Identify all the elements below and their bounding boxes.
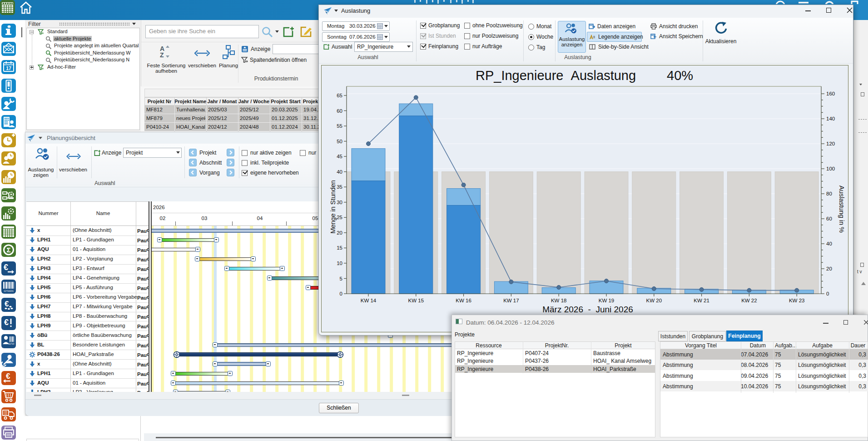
svg-text:KW 21: KW 21 bbox=[694, 298, 709, 303]
svg-text:40: 40 bbox=[826, 241, 832, 246]
svg-text:Menge in Stunden: Menge in Stunden bbox=[329, 180, 337, 234]
svg-text:17: 17 bbox=[6, 65, 11, 71]
svg-text:KW 20: KW 20 bbox=[646, 298, 662, 303]
svg-text:KW 15: KW 15 bbox=[408, 298, 424, 303]
svg-text:Σ: Σ bbox=[6, 246, 10, 254]
svg-text:0: 0 bbox=[340, 291, 342, 296]
svg-text:40: 40 bbox=[337, 169, 342, 175]
svg-text:€: € bbox=[5, 300, 9, 308]
svg-text:65: 65 bbox=[337, 93, 342, 98]
svg-text:35: 35 bbox=[337, 184, 342, 190]
svg-text:60: 60 bbox=[337, 108, 342, 114]
svg-text:KW 18: KW 18 bbox=[551, 298, 567, 303]
svg-text:11710201: 11710201 bbox=[4, 289, 14, 292]
svg-text:160: 160 bbox=[826, 91, 835, 96]
svg-text:30: 30 bbox=[337, 200, 342, 205]
svg-text:KW 16: KW 16 bbox=[456, 298, 471, 303]
svg-text:40%: 40% bbox=[667, 68, 693, 83]
svg-text:RP_Ingenieure Auslastung: RP_Ingenieure Auslastung bbox=[476, 68, 636, 83]
svg-text:20: 20 bbox=[826, 266, 832, 271]
svg-text:0: 0 bbox=[826, 291, 829, 296]
svg-text:100: 100 bbox=[826, 166, 835, 171]
svg-text:55: 55 bbox=[337, 123, 342, 129]
svg-text:20: 20 bbox=[337, 230, 342, 236]
svg-text:80: 80 bbox=[826, 191, 832, 196]
svg-text:50: 50 bbox=[337, 139, 342, 144]
svg-text:25: 25 bbox=[337, 215, 342, 220]
svg-text:15: 15 bbox=[337, 245, 342, 251]
svg-text:€: € bbox=[4, 263, 8, 272]
svg-text:KW 17: KW 17 bbox=[503, 298, 519, 303]
svg-text:KW 22: KW 22 bbox=[741, 298, 757, 303]
svg-text:11710: 11710 bbox=[9, 343, 15, 345]
svg-text:€: € bbox=[4, 318, 9, 327]
svg-text:KW 23: KW 23 bbox=[789, 298, 805, 303]
svg-text:Auslastung in %: Auslastung in % bbox=[838, 185, 845, 233]
svg-text:45: 45 bbox=[337, 154, 342, 159]
svg-text:60: 60 bbox=[826, 216, 832, 221]
svg-text:10: 10 bbox=[337, 261, 342, 266]
svg-text:März 2026 - Juni 2026: März 2026 - Juni 2026 bbox=[542, 305, 633, 314]
svg-text:KW 14: KW 14 bbox=[361, 298, 377, 303]
svg-text:5: 5 bbox=[340, 276, 342, 281]
svg-text:€: € bbox=[6, 372, 10, 381]
svg-text:KW 19: KW 19 bbox=[599, 298, 615, 303]
svg-text:140: 140 bbox=[826, 116, 835, 121]
svg-text:120: 120 bbox=[826, 141, 835, 146]
